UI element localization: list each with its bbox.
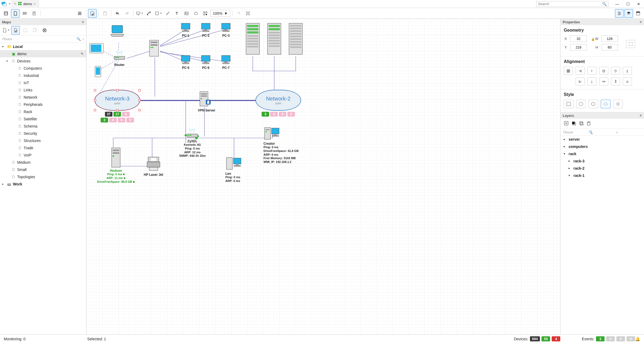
- tree-node[interactable]: 🗋Schema: [0, 122, 86, 130]
- node-switch[interactable]: [147, 39, 161, 58]
- redo-button[interactable]: [123, 9, 131, 18]
- node-printer[interactable]: HP Laser Jet: [141, 155, 166, 177]
- canvas[interactable]: Router PC-1 PC-2 PC-3 PC-5 PC-6 PC-7 Net…: [86, 19, 560, 334]
- layers-search[interactable]: Поиск🔍»: [561, 129, 644, 136]
- delete-map-button[interactable]: [40, 26, 49, 35]
- node-rack[interactable]: [266, 23, 282, 56]
- edit-map-button[interactable]: [11, 26, 20, 35]
- close-button[interactable]: ✕: [633, 0, 644, 8]
- node-rack[interactable]: [245, 23, 261, 56]
- tree-node[interactable]: 🗋Structures: [0, 137, 86, 144]
- save-all-button[interactable]: [31, 26, 39, 35]
- tree-node[interactable]: 🗋Trade: [0, 144, 86, 151]
- layer-row[interactable]: ▸rack-2: [561, 165, 644, 172]
- minimize-button[interactable]: —: [612, 0, 623, 8]
- align-left-button[interactable]: ⫷: [576, 67, 585, 75]
- layer-row[interactable]: ▸computers: [561, 143, 644, 150]
- layer-row[interactable]: ▾rack: [561, 150, 644, 157]
- save-button[interactable]: [101, 9, 109, 18]
- close-icon[interactable]: ×: [82, 20, 84, 24]
- layer-row[interactable]: ▸rack-3: [561, 157, 644, 165]
- tree-node[interactable]: 🗋Security: [0, 130, 86, 137]
- node-tablet[interactable]: [89, 43, 104, 54]
- tree-node[interactable]: 🗋Peripherals: [0, 101, 86, 108]
- tree-node[interactable]: 🗋Computers: [0, 65, 86, 72]
- align-top-button[interactable]: ⫯: [587, 67, 597, 75]
- node-pc[interactable]: PC-5: [180, 55, 191, 70]
- insert-qr-button[interactable]: [201, 9, 210, 18]
- tree-node[interactable]: 🗋Topologies: [0, 173, 86, 180]
- align-right-button[interactable]: ⫸: [576, 77, 585, 85]
- insert-cloud-button[interactable]: [192, 9, 200, 18]
- tree-node-devices[interactable]: ▾🗋Devices: [0, 57, 86, 65]
- edit-tool-button[interactable]: [88, 9, 97, 18]
- hamburger-button[interactable]: [75, 9, 84, 18]
- expand-icon[interactable]: »: [616, 130, 641, 134]
- style-hex-button[interactable]: [588, 100, 598, 108]
- tree-node[interactable]: 🗋Satellite: [0, 115, 86, 122]
- tree-node-demo[interactable]: ▣demo✎: [0, 50, 86, 57]
- node-pc[interactable]: PC-7: [221, 55, 231, 70]
- tree-node[interactable]: 🗋Industrial: [0, 72, 86, 79]
- tree-node-local[interactable]: ▾📁Local: [0, 43, 86, 50]
- insert-device-button[interactable]: ▼: [135, 9, 144, 18]
- duplicate-layer-button[interactable]: [571, 121, 576, 126]
- distribute-h-button[interactable]: ⇔: [599, 77, 608, 85]
- close-icon[interactable]: ×: [640, 113, 642, 118]
- insert-line-button[interactable]: [163, 9, 172, 18]
- tree-node[interactable]: 🗋VoIP: [0, 151, 86, 159]
- toggle-properties-button[interactable]: [615, 9, 624, 18]
- search-input[interactable]: [538, 2, 602, 6]
- align-bounds-button[interactable]: ▦: [564, 67, 573, 75]
- align-stretch-button[interactable]: ≡: [623, 77, 632, 85]
- node-zyxel[interactable]: ZyXEL Keenetic 4GPing: 0 msARP: 12 msSNM…: [176, 129, 208, 158]
- toggle-extra-button[interactable]: [634, 9, 642, 18]
- maximize-button[interactable]: ☐: [623, 0, 633, 8]
- lock-icon[interactable]: 🔒: [591, 38, 595, 41]
- view-list-button[interactable]: [2, 9, 10, 18]
- tree-node-work[interactable]: ▸🖴Work: [0, 180, 86, 188]
- close-icon[interactable]: ×: [640, 20, 642, 24]
- align-middle-button[interactable]: ⫿: [623, 67, 632, 75]
- tree-node[interactable]: 🗋Rack: [0, 108, 86, 115]
- node-pc[interactable]: PC-6: [200, 55, 211, 70]
- node-phone[interactable]: [94, 66, 101, 78]
- style-gear-button[interactable]: [613, 100, 623, 108]
- layer-row[interactable]: ▸server: [561, 136, 644, 143]
- align-center-v-button[interactable]: ⯑: [611, 67, 620, 75]
- toggle-layers-button[interactable]: [624, 9, 633, 18]
- insert-image-button[interactable]: [182, 9, 191, 18]
- insert-text-button[interactable]: T: [173, 9, 181, 18]
- delete-layer-button[interactable]: [586, 121, 591, 126]
- global-search[interactable]: 🔍: [536, 1, 609, 7]
- copy-layer-button[interactable]: [579, 121, 584, 126]
- refresh-button[interactable]: [234, 9, 243, 18]
- node-rack[interactable]: [288, 23, 304, 56]
- fit-content-button[interactable]: ⛶: [626, 40, 635, 48]
- node-hudson[interactable]: Hudson Ping: 0 ms ■ARP: 11 ms ■DriveFree…: [93, 147, 139, 184]
- save-map-button[interactable]: [21, 26, 30, 35]
- tree-node[interactable]: 🗋Links: [0, 86, 86, 94]
- geometry-h-input[interactable]: [601, 44, 618, 50]
- close-icon[interactable]: ×: [34, 2, 36, 6]
- geometry-x-input[interactable]: [570, 35, 587, 42]
- node-router[interactable]: Router: [112, 51, 127, 67]
- style-cloud-button[interactable]: [601, 100, 610, 108]
- node-pc[interactable]: PC-3: [221, 23, 231, 38]
- document-tab[interactable]: ✎ demo ×: [11, 0, 39, 8]
- tree-node[interactable]: 🗋Network: [0, 94, 86, 101]
- edit-icon[interactable]: ✎: [81, 52, 83, 56]
- node-network3[interactable]: Network-3 sysin 37170 3000: [94, 90, 140, 122]
- tree-node[interactable]: 🗋Small: [0, 166, 86, 173]
- node-pc[interactable]: PC-2: [200, 23, 211, 38]
- tree-node[interactable]: 🗋IoT: [0, 79, 86, 86]
- style-circle-button[interactable]: [576, 100, 586, 108]
- align-bottom-button[interactable]: ⫰: [587, 77, 597, 85]
- node-creator[interactable]: Creator Ping: 0 msDriveFreeSpace: 41,6 G…: [264, 125, 309, 164]
- view-doc-button[interactable]: [30, 9, 38, 18]
- new-map-button[interactable]: ▼: [2, 26, 10, 35]
- layer-row[interactable]: ▾rack-1: [561, 172, 644, 179]
- node-laptop[interactable]: [109, 24, 125, 38]
- align-center-h-button[interactable]: ⯐: [599, 67, 608, 75]
- maps-search[interactable]: Поиск 🔍 »: [0, 35, 86, 43]
